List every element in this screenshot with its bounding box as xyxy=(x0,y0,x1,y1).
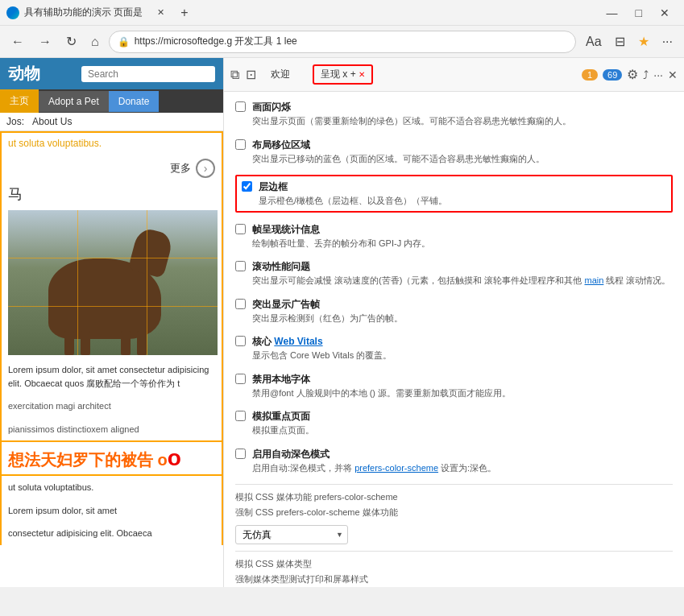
frame-stats-label: 帧呈现统计信息 绘制帧吞吐量、丢弃的帧分布和 GPI-J 内存。 xyxy=(252,222,430,250)
devtools-icons: 1 69 ⚙ ⤴ ··· ✕ xyxy=(582,67,678,82)
auto-dark-desc: 启用自动:深色模式，并将 prefers-color-scheme 设置为:深色… xyxy=(252,461,496,475)
ad-frames-title: 突出显示广告帧 xyxy=(252,299,320,310)
devtools-panel: ⧉ ⊡ 欢迎 呈现 x + ✕ 1 69 ⚙ ⤴ ··· ✕ xyxy=(224,58,684,587)
minimize-button[interactable]: — xyxy=(599,3,626,23)
local-fonts-desc: 禁用@font 人脸规则中的本地 () 源。需要重新加载页面才能应用。 xyxy=(252,387,511,400)
css-media-select[interactable]: 无仿真 xyxy=(235,525,348,544)
layout-shift-title: 布局移位区域 xyxy=(252,139,310,151)
local-fonts-title: 禁用本地字体 xyxy=(252,374,310,385)
tab-title: 具有辅助功能的演示 页面是 xyxy=(24,6,143,19)
back-button[interactable]: ← xyxy=(6,31,29,52)
read-mode-button[interactable]: Aa xyxy=(581,31,607,52)
site-title: 动物 xyxy=(8,63,40,85)
paint-flashing-checkbox[interactable] xyxy=(235,101,246,112)
site-header: 动物 xyxy=(0,58,223,89)
ad-frames-desc: 突出显示检测到（红色）为广告的帧。 xyxy=(252,312,403,325)
horse-leg1 xyxy=(64,331,74,355)
nav-adopt[interactable]: Adopt a Pet xyxy=(39,91,109,112)
divider-2 xyxy=(235,551,673,552)
site-nav: 主页 Adopt a Pet Donate xyxy=(0,89,223,113)
site-search-input[interactable] xyxy=(81,66,215,82)
new-tab-button[interactable]: + xyxy=(172,2,196,23)
dock-icon[interactable]: ⧉ xyxy=(230,68,239,82)
home-button[interactable]: ⌂ xyxy=(86,31,104,52)
arrow-circle[interactable]: › xyxy=(196,159,215,178)
forward-button[interactable]: → xyxy=(34,31,56,52)
lorem-text-4: ut soluta voluptatibus. xyxy=(0,476,223,499)
web-vitals-checkbox[interactable] xyxy=(235,336,246,346)
horse-head xyxy=(128,226,175,279)
tab-rendering[interactable]: 呈现 x + ✕ xyxy=(305,61,381,88)
favorites-button[interactable]: ★ xyxy=(633,31,654,52)
css-media-title: 模拟 CSS 媒体功能 prefers-color-scheme xyxy=(235,491,673,503)
layer-borders-highlighted: 层边框 显示橙色/橄榄色（层边框、以及音色）（平铺。 xyxy=(235,175,673,213)
settings-icon[interactable]: ⚙ xyxy=(627,67,638,82)
more-label[interactable]: 更多 xyxy=(170,161,191,176)
tab-welcome[interactable]: 欢迎 xyxy=(263,64,298,85)
web-vitals-item: 核心 Web Vitals 显示包含 Core Web Vitals 的覆盖。 xyxy=(235,334,673,362)
emulate-focus-label: 模拟重点页面 模拟重点页面。 xyxy=(252,409,314,437)
split-button[interactable]: ⊟ xyxy=(610,31,630,52)
refresh-button[interactable]: ↻ xyxy=(61,31,81,52)
layout-shift-desc: 突出显示已移动的蓝色（页面的区域。可能不适合容易患光敏性癫痫的人。 xyxy=(252,152,545,166)
scroll-perf-label: 滚动性能问题 突出显示可能会减慢 滚动速度的(苦香)（元素，包括触摸和 滚轮事件… xyxy=(252,259,670,287)
lorem-text-6: consectetur adipisicing elit. Obcaeca xyxy=(0,522,223,545)
css-media-subtitle: 强制 CSS prefers-color-scheme 媒体功能 xyxy=(235,506,673,519)
rendering-close[interactable]: ✕ xyxy=(359,70,365,79)
scroll-perf-checkbox[interactable] xyxy=(235,261,246,271)
web-vitals-label: 核心 Web Vitals 显示包含 Core Web Vitals 的覆盖。 xyxy=(252,334,392,362)
frame-stats-title: 帧呈现统计信息 xyxy=(252,224,320,235)
devtools-close-icon[interactable]: ✕ xyxy=(668,68,678,81)
website-panel: 动物 主页 Adopt a Pet Donate Jos: About Us u… xyxy=(0,58,224,587)
horse-image-inner xyxy=(8,210,218,355)
devtools-more-icon[interactable]: ··· xyxy=(653,68,663,81)
prefers-color-scheme-link[interactable]: prefers-color-scheme xyxy=(354,463,438,473)
undock-icon[interactable]: ⊡ xyxy=(246,67,256,82)
nav-donate[interactable]: Donate xyxy=(109,91,160,112)
layout-shift-item: 布局移位区域 突出显示已移动的蓝色（页面的区域。可能不适合容易患光敏性癫痫的人。 xyxy=(235,138,673,166)
tab-close-button[interactable]: ✕ xyxy=(149,4,172,21)
paint-flashing-desc: 突出显示页面（需要重新绘制的绿色）区域。可能不适合容易患光敏性癫痫的人。 xyxy=(252,114,571,128)
share-icon[interactable]: ⤴ xyxy=(643,68,649,81)
emulate-focus-checkbox[interactable] xyxy=(235,411,246,421)
frame-stats-checkbox[interactable] xyxy=(235,224,246,234)
web-vitals-title: 核心 Web Vitals xyxy=(252,336,323,347)
auto-dark-checkbox[interactable] xyxy=(235,449,246,459)
sub-nav-about[interactable]: About Us xyxy=(32,116,72,127)
window-controls: — □ ✕ xyxy=(599,3,678,23)
lorem-text-5: Lorem ipsum dolor, sit amet xyxy=(0,499,223,523)
sub-nav: Jos: About Us xyxy=(0,113,223,131)
address-bar[interactable]: 🔒 https://microsoftedge.g 开发工具 1 lee xyxy=(109,31,576,53)
frame-stats-desc: 绘制帧吞吐量、丢弃的帧分布和 GPI-J 内存。 xyxy=(252,237,430,250)
sub-nav-jos[interactable]: Jos: xyxy=(6,116,24,127)
css-media-title-text: 模拟 CSS 媒体功能 prefers-color-scheme xyxy=(235,492,398,502)
more-row: 更多 › xyxy=(0,155,223,181)
exercitation: exercitation magi architect xyxy=(8,401,111,411)
horse-image xyxy=(8,210,218,355)
css-media-type-subtitle: 强制媒体类型测试打印和屏幕样式 xyxy=(235,573,673,585)
main-link[interactable]: main xyxy=(585,275,604,285)
scroll-perf-title: 滚动性能问题 xyxy=(252,261,310,272)
lock-icon: 🔒 xyxy=(118,36,130,48)
devtools-content: 画面闪烁 突出显示页面（需要重新绘制的绿色）区域。可能不适合容易患光敏性癫痫的人… xyxy=(224,92,684,587)
css-media-section: 模拟 CSS 媒体功能 prefers-color-scheme 强制 CSS … xyxy=(235,491,673,544)
ad-frames-checkbox[interactable] xyxy=(235,299,246,309)
layout-shift-checkbox[interactable] xyxy=(235,139,246,150)
big-text-o: o xyxy=(168,445,181,470)
web-vitals-link[interactable]: Web Vitals xyxy=(274,336,322,347)
horse-leg3 xyxy=(121,331,131,355)
more-button[interactable]: ··· xyxy=(657,31,678,52)
layer-borders-title: 层边框 xyxy=(259,181,288,192)
layer-borders-checkbox[interactable] xyxy=(242,181,252,192)
layout-shift-label: 布局移位区域 突出显示已移动的蓝色（页面的区域。可能不适合容易患光敏性癫痫的人。 xyxy=(252,138,545,166)
lorem-span-1: Lorem ipsum dolor, sit amet consectetur … xyxy=(8,365,209,388)
browser-icon xyxy=(6,6,19,19)
web-vitals-desc: 显示包含 Core Web Vitals 的覆盖。 xyxy=(252,349,392,362)
nav-home[interactable]: 主页 xyxy=(0,89,39,113)
window-close-button[interactable]: ✕ xyxy=(652,3,678,23)
paint-flashing-item: 画面闪烁 突出显示页面（需要重新绘制的绿色）区域。可能不适合容易患光敏性癫痫的人… xyxy=(235,100,673,128)
lorem-text-2: exercitation magi architect xyxy=(0,395,223,418)
local-fonts-checkbox[interactable] xyxy=(235,374,246,384)
address-text: https://microsoftedge.g 开发工具 1 lee xyxy=(135,35,297,48)
maximize-button[interactable]: □ xyxy=(628,3,650,23)
